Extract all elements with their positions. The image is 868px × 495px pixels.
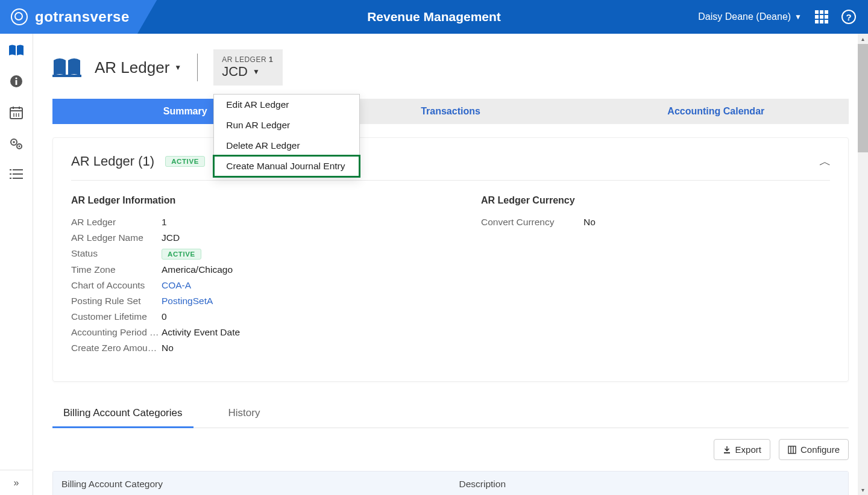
card-title: AR Ledger (1) — [71, 154, 154, 169]
menu-delete-ar-ledger[interactable]: Delete AR Ledger — [214, 135, 359, 156]
ledger-selector[interactable]: AR LEDGER 1 JCD ▼ Edit AR Ledger Run AR … — [213, 49, 283, 86]
sidenav: » — [0, 34, 33, 495]
th-billing-category[interactable]: Billing Account Category — [53, 472, 451, 495]
ledger-actions-dropdown: Edit AR Ledger Run AR Ledger Delete AR L… — [213, 94, 360, 177]
app-title: Revenue Management — [367, 10, 501, 24]
status-badge: ACTIVE — [165, 156, 205, 167]
svg-rect-16 — [10, 173, 11, 175]
summary-card: AR Ledger (1) ACTIVE ︿ AR Ledger Informa… — [52, 137, 849, 382]
info-heading: AR Ledger Information — [71, 195, 409, 206]
svg-rect-20 — [52, 75, 81, 77]
export-button[interactable]: Export — [714, 439, 770, 460]
svg-rect-17 — [13, 173, 23, 175]
svg-point-13 — [19, 146, 20, 148]
divider — [197, 54, 198, 81]
svg-point-1 — [15, 77, 17, 79]
svg-rect-2 — [16, 80, 17, 85]
status-badge: ACTIVE — [162, 249, 201, 260]
topbar: gotransverse Revenue Management Daisy De… — [0, 0, 868, 34]
svg-rect-22 — [788, 446, 796, 453]
caret-down-icon: ▼ — [253, 67, 260, 76]
user-menu[interactable]: Daisy Deane (Deane) ▼ — [698, 11, 802, 22]
caret-down-icon: ▼ — [174, 63, 181, 72]
main-content: AR Ledger ▼ AR LEDGER 1 JCD ▼ Edit AR Le… — [33, 34, 868, 495]
subtab-billing-account-categories[interactable]: Billing Account Categories — [52, 400, 193, 428]
svg-rect-19 — [13, 178, 23, 179]
ledger-type-dropdown[interactable]: AR Ledger ▼ — [95, 58, 181, 77]
ledger-type-label: AR Ledger — [95, 58, 169, 77]
collapse-card-icon[interactable]: ︿ — [819, 154, 831, 170]
scrollbar-thumb[interactable] — [858, 44, 868, 152]
svg-rect-14 — [10, 169, 11, 170]
crumb-label: AR LEDGER 1 — [222, 55, 273, 64]
columns-icon — [788, 446, 796, 454]
svg-rect-18 — [10, 178, 11, 179]
brand: gotransverse — [0, 8, 130, 25]
sidenav-info-icon[interactable] — [10, 75, 23, 88]
sidenav-list-icon[interactable] — [10, 169, 23, 179]
main-tabs: Summary Transactions Accounting Calendar — [52, 99, 849, 124]
apps-grid-icon[interactable] — [815, 10, 828, 23]
configure-button[interactable]: Configure — [779, 439, 849, 460]
user-display-name: Daisy Deane (Deane) — [698, 11, 791, 22]
tab-accounting-calendar[interactable]: Accounting Calendar — [583, 99, 849, 124]
th-description[interactable]: Description — [451, 472, 849, 495]
sidenav-settings-icon[interactable] — [9, 137, 24, 151]
svg-point-11 — [13, 141, 15, 143]
posting-rule-set-link[interactable]: PostingSetA — [162, 296, 213, 307]
sidenav-expand-button[interactable]: » — [0, 470, 33, 495]
download-icon — [723, 446, 731, 454]
sidenav-calendar-icon[interactable] — [10, 106, 23, 119]
help-icon[interactable]: ? — [841, 10, 856, 24]
chart-of-accounts-link[interactable]: COA-A — [162, 280, 191, 291]
menu-run-ar-ledger[interactable]: Run AR Ledger — [214, 115, 359, 135]
menu-create-manual-journal-entry[interactable]: Create Manual Journal Entry — [214, 156, 359, 176]
subtabs: Billing Account Categories History — [52, 400, 849, 428]
svg-rect-21 — [724, 452, 730, 453]
caret-down-icon: ▼ — [794, 13, 802, 21]
page-header: AR Ledger ▼ AR LEDGER 1 JCD ▼ Edit AR Le… — [52, 49, 849, 86]
currency-heading: AR Ledger Currency — [481, 195, 596, 206]
brand-logo-icon — [11, 8, 28, 25]
scrollbar[interactable] — [858, 34, 868, 495]
ledger-book-icon — [52, 57, 81, 78]
brand-text: gotransverse — [35, 8, 130, 25]
subtab-history[interactable]: History — [218, 400, 271, 428]
sidenav-ledger-icon[interactable] — [8, 45, 24, 57]
crumb-value: JCD ▼ — [222, 64, 273, 79]
table-header: Billing Account Category Description — [53, 472, 848, 495]
svg-rect-15 — [13, 169, 23, 170]
billing-categories-table: Billing Account Category Description All… — [52, 471, 849, 495]
menu-edit-ar-ledger[interactable]: Edit AR Ledger — [214, 95, 359, 115]
